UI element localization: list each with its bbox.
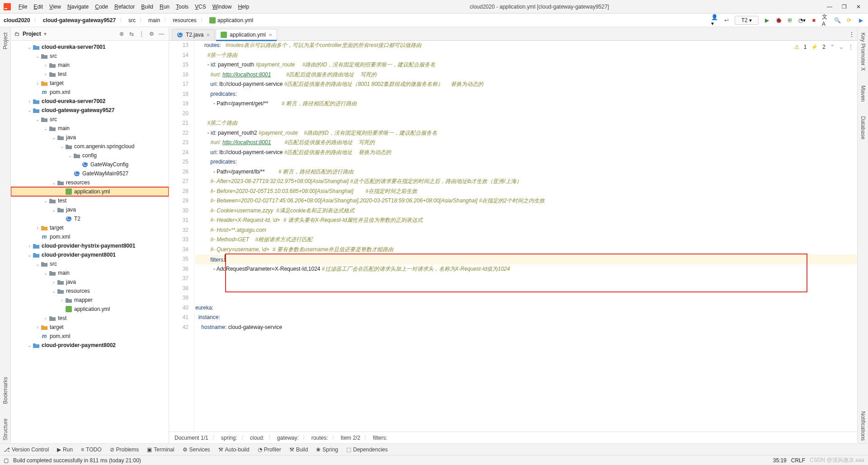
profile-icon[interactable]: ◔▾ [798,17,806,24]
keypromoter-tool-tab[interactable]: Key Promoter X [859,30,867,74]
settings-icon[interactable]: ⚙ [148,31,155,37]
menu-run[interactable]: Run [156,4,173,10]
tree-node[interactable]: ›target [11,79,169,88]
tree-node[interactable]: CT2 [11,214,169,223]
maximize-button[interactable]: ❐ [841,4,847,10]
tree-node[interactable]: ⌄src [11,52,169,61]
breadcrumb-item[interactable]: cloud: [250,435,264,441]
tree-node[interactable]: ›test [11,314,169,323]
menu-build[interactable]: Build [138,4,156,10]
tool-spring[interactable]: ❀Spring [316,446,338,453]
sync-icon[interactable]: ⟳ [845,17,853,24]
menu-code[interactable]: Code [92,4,111,10]
tool-problems[interactable]: ⊘Problems [110,446,139,453]
tree-node[interactable]: ›main [11,61,169,70]
tree-node[interactable]: ⌄cloud-provider-payment8001 [11,250,169,259]
stop-icon[interactable]: ■ [810,17,817,24]
tree-node[interactable]: ⌄resources [11,287,169,296]
menu-edit[interactable]: Edit [30,4,46,10]
breadcrumb-item[interactable]: routes: [311,435,328,441]
crumb-item[interactable]: resources [173,17,197,23]
line-gutter[interactable]: 1314151617181920212223242526272829303132… [169,41,194,432]
ide-actions-icon[interactable]: ▶ [857,17,864,24]
tree-node[interactable]: CGateWayMain9527 [11,169,169,178]
tool-run[interactable]: ▶Run [57,446,73,453]
tree-node[interactable]: ⌄main [11,124,169,133]
crumb-item[interactable]: src [128,17,136,23]
crumb-item[interactable]: application.yml [217,17,253,23]
tree-node[interactable]: ⌄cloud-eureka-server7001 [11,42,169,52]
breadcrumb[interactable]: cloud2020〉cloud-gateway-gateway9527〉src〉… [4,16,253,24]
tree-node[interactable]: ›test [11,70,169,79]
tree-node[interactable]: mpom.xml [11,88,169,97]
translate-icon[interactable]: 文A [822,17,829,24]
menu-navigate[interactable]: Navigate [64,4,92,10]
tree-node[interactable]: ⌄config [11,151,169,160]
editor-tab[interactable]: CT2.java✕ [172,29,215,40]
editor-tab[interactable]: application.yml✕ [216,29,277,40]
expand-icon[interactable]: ⇆ [128,31,135,37]
menu-file[interactable]: File [15,4,30,10]
crumb-item[interactable]: cloud-gateway-gateway9527 [43,17,116,23]
tool-terminal[interactable]: ▣Terminal [147,446,174,453]
breadcrumb-item[interactable]: gateway: [277,435,299,441]
line-ending[interactable]: CRLF [791,457,805,464]
maven-tool-tab[interactable]: Maven [859,83,867,104]
menu-vcs[interactable]: VCS [192,4,209,10]
back-arrow-icon[interactable]: ↩ [723,17,730,24]
close-tab-icon[interactable]: ✕ [206,33,210,38]
tool-version-control[interactable]: ⎇Version Control [4,446,49,453]
bookmarks-tool-tab[interactable]: Bookmarks [1,374,9,407]
tree-node[interactable]: ⌄cloud-provider-payment8002 [11,341,169,350]
locate-icon[interactable]: ⊕ [118,31,125,37]
project-tool-tab[interactable]: Project [1,30,9,52]
tree-node[interactable]: ›target [11,323,169,332]
tree-node[interactable]: ⌄src [11,259,169,268]
tree-node[interactable]: ⌄src [11,115,169,124]
breadcrumb-item[interactable]: filters: [373,435,387,441]
menu-window[interactable]: Window [209,4,235,10]
tab-more-icon[interactable]: ⋮ [846,28,857,40]
tree-node[interactable]: ⌄main [11,268,169,277]
breadcrumb-item[interactable]: Item 2/2 [341,435,360,441]
tool-auto-build[interactable]: ⚒Auto-build [218,446,250,453]
crumb-item[interactable]: main [148,17,160,23]
tree-node[interactable]: mpom.xml [11,232,169,241]
minimize-button[interactable]: — [826,4,833,10]
project-tree[interactable]: ⌄cloud-eureka-server7001⌄src›main›test›t… [11,41,169,443]
notifications-tool-tab[interactable]: Notifications [859,409,867,443]
menu-view[interactable]: View [46,4,64,10]
tool-profiler[interactable]: ◔Profiler [258,446,281,453]
tree-node[interactable]: application.yml [11,187,169,196]
tool-dependencies[interactable]: ⬚Dependencies [346,446,388,453]
coverage-icon[interactable]: ⛨ [787,17,794,24]
tree-node[interactable]: ›cloud-eureka-server7002 [11,97,169,106]
run-icon[interactable]: ▶ [763,17,770,24]
tool-services[interactable]: ⚙Services [183,446,210,453]
breadcrumb-item[interactable]: Document 1/1 [175,435,208,441]
breadcrumb-item[interactable]: spring: [221,435,237,441]
tree-node[interactable]: application.yml [11,305,169,314]
user-icon[interactable]: 👤▾ [711,17,718,24]
menu-refactor[interactable]: Refactor [111,4,138,10]
run-config-selector[interactable]: T2 ▾ [735,16,759,25]
tree-node[interactable]: ⌄com.angenin.springcloud [11,142,169,151]
tree-node[interactable]: ›target [11,223,169,232]
search-icon[interactable]: 🔍 [834,17,841,24]
tree-node[interactable]: mpom.xml [11,332,169,341]
editor-breadcrumbs[interactable]: Document 1/1〉spring:〉cloud:〉gateway:〉rou… [169,432,857,443]
tree-node[interactable]: ›java [11,277,169,287]
close-tab-icon[interactable]: ✕ [269,33,272,38]
tool-build[interactable]: ⚒Build [289,446,308,453]
collapse-icon[interactable]: ⋮ [138,31,145,37]
tree-node[interactable]: CGateWayConfig [11,160,169,169]
menu-tools[interactable]: Tools [173,4,192,10]
debug-icon[interactable]: 🐞 [775,17,782,24]
tree-node[interactable]: ›mapper [11,296,169,305]
menu-help[interactable]: Help [235,4,252,10]
tool-todo[interactable]: ≡TODO [81,446,101,453]
tree-node[interactable]: ⌄cloud-gateway-gateway9527 [11,106,169,115]
structure-tool-tab[interactable]: Structure [1,416,9,443]
database-tool-tab[interactable]: Database [859,113,867,142]
close-button[interactable]: ✕ [855,4,862,10]
